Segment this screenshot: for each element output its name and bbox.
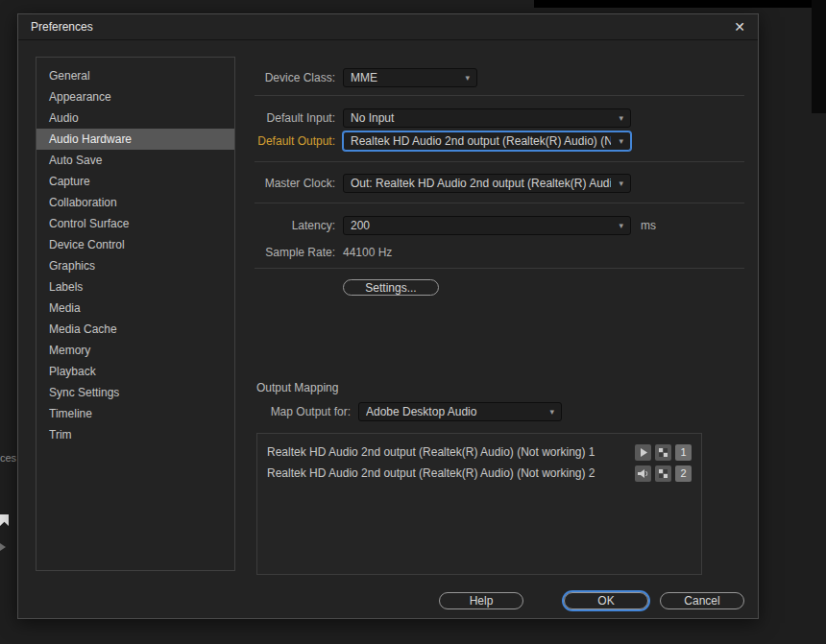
divider: [255, 268, 744, 269]
latency-unit: ms: [641, 219, 656, 232]
help-button[interactable]: Help: [439, 592, 523, 609]
latency-select[interactable]: 200 ▾: [343, 216, 631, 235]
sidebar-item-media-cache[interactable]: Media Cache: [36, 319, 234, 340]
divider: [255, 161, 744, 162]
left-channel-assign-button[interactable]: [635, 444, 651, 461]
master-clock-label: Master Clock:: [249, 177, 335, 190]
chevron-down-icon: ▾: [619, 221, 623, 230]
device-class-select[interactable]: MME ▾: [343, 68, 477, 87]
checkerboard-icon: [659, 448, 668, 457]
sidebar-item-memory[interactable]: Memory: [36, 340, 234, 361]
chevron-down-icon: ▾: [549, 407, 554, 417]
default-input-label: Default Input:: [249, 111, 335, 125]
checkerboard-icon: [659, 469, 668, 478]
chevron-down-icon: ▾: [465, 73, 470, 83]
channel-controls: 1: [635, 444, 692, 461]
mapping-row-text: Realtek HD Audio 2nd output (Realtek(R) …: [267, 466, 627, 480]
sidebar-item-collaboration[interactable]: Collaboration: [36, 192, 234, 213]
sidebar-item-auto-save[interactable]: Auto Save: [36, 150, 234, 171]
default-output-value: Realtek HD Audio 2nd output (Realtek(R) …: [351, 134, 611, 148]
sidebar-item-general[interactable]: General: [36, 65, 234, 86]
dialog-titlebar: Preferences ✕: [18, 14, 758, 40]
divider: [255, 203, 744, 203]
mapping-row-text: Realtek HD Audio 2nd output (Realtek(R) …: [267, 445, 627, 459]
sample-rate-row: Sample Rate: 44100 Hz: [249, 243, 392, 262]
background-arrow-fragment: [0, 543, 6, 551]
channel-controls: 2: [635, 465, 692, 482]
device-class-value: MME: [351, 71, 457, 84]
device-class-row: Device Class: MME ▾: [249, 68, 477, 87]
sample-rate-value: 44100 Hz: [343, 246, 392, 259]
background-black-strip: [534, 0, 826, 8]
default-input-value: No Input: [351, 111, 611, 125]
map-output-for-label: Map Output for:: [249, 405, 351, 418]
sidebar-item-capture[interactable]: Capture: [36, 171, 234, 192]
output-mapping-list: Realtek HD Audio 2nd output (Realtek(R) …: [256, 433, 702, 575]
background-dark-column: [812, 0, 826, 113]
default-input-select[interactable]: No Input ▾: [343, 108, 631, 128]
divider: [255, 95, 744, 96]
map-output-for-value: Adobe Desktop Audio: [366, 405, 542, 418]
dialog-title: Preferences: [31, 20, 93, 34]
sidebar-item-sync-settings[interactable]: Sync Settings: [36, 382, 234, 403]
ok-button[interactable]: OK: [564, 592, 648, 609]
chevron-down-icon: ▾: [619, 136, 623, 146]
mapping-row: Realtek HD Audio 2nd output (Realtek(R) …: [263, 441, 695, 463]
sidebar-item-timeline[interactable]: Timeline: [36, 403, 234, 424]
sidebar-item-media[interactable]: Media: [36, 298, 234, 319]
sidebar-item-control-surface[interactable]: Control Surface: [36, 213, 234, 234]
sidebar-item-appearance[interactable]: Appearance: [36, 86, 234, 107]
pattern-assign-button[interactable]: [655, 444, 671, 461]
device-class-label: Device Class:: [249, 71, 335, 84]
chevron-down-icon: ▾: [619, 113, 623, 123]
channel-number-badge[interactable]: 2: [675, 465, 692, 482]
latency-row: Latency: 200 ▾ ms: [249, 216, 656, 235]
background-text-fragment: ces: [0, 452, 16, 464]
map-output-for-row: Map Output for: Adobe Desktop Audio ▾: [249, 402, 562, 421]
speaker-icon: [638, 469, 648, 478]
sidebar-item-playback[interactable]: Playback: [36, 361, 234, 382]
sidebar-item-audio-hardware[interactable]: Audio Hardware: [36, 129, 234, 150]
sidebar-item-device-control[interactable]: Device Control: [36, 234, 234, 255]
play-icon: [639, 448, 647, 457]
sidebar-item-audio[interactable]: Audio: [36, 107, 234, 129]
settings-button[interactable]: Settings...: [343, 279, 439, 296]
default-output-select[interactable]: Realtek HD Audio 2nd output (Realtek(R) …: [343, 131, 631, 151]
close-icon[interactable]: ✕: [734, 20, 745, 34]
sidebar-item-trim[interactable]: Trim: [36, 424, 234, 445]
mapping-row: Realtek HD Audio 2nd output (Realtek(R) …: [263, 463, 695, 484]
latency-value: 200: [351, 219, 611, 232]
channel-number-badge[interactable]: 1: [675, 444, 692, 461]
bookmark-icon: [0, 514, 9, 526]
default-input-row: Default Input: No Input ▾: [249, 108, 631, 128]
map-output-for-select[interactable]: Adobe Desktop Audio ▾: [358, 402, 562, 421]
output-mapping-section-label: Output Mapping: [256, 381, 338, 394]
sidebar-item-labels[interactable]: Labels: [36, 276, 234, 298]
master-clock-row: Master Clock: Out: Realtek HD Audio 2nd …: [249, 174, 631, 193]
default-output-label: Default Output:: [249, 134, 335, 148]
pattern-assign-button[interactable]: [655, 465, 671, 482]
right-channel-assign-button[interactable]: [635, 465, 651, 482]
chevron-down-icon: ▾: [619, 179, 623, 188]
latency-label: Latency:: [249, 219, 335, 232]
cancel-button[interactable]: Cancel: [660, 592, 744, 609]
sidebar-item-graphics[interactable]: Graphics: [36, 255, 234, 276]
sample-rate-label: Sample Rate:: [249, 246, 335, 259]
preferences-sidebar: General Appearance Audio Audio Hardware …: [36, 57, 235, 571]
default-output-row: Default Output: Realtek HD Audio 2nd out…: [249, 131, 631, 151]
preferences-dialog: Preferences ✕ General Appearance Audio A…: [17, 13, 759, 619]
master-clock-select[interactable]: Out: Realtek HD Audio 2nd output (Realte…: [343, 174, 631, 193]
master-clock-value: Out: Realtek HD Audio 2nd output (Realte…: [351, 177, 611, 190]
